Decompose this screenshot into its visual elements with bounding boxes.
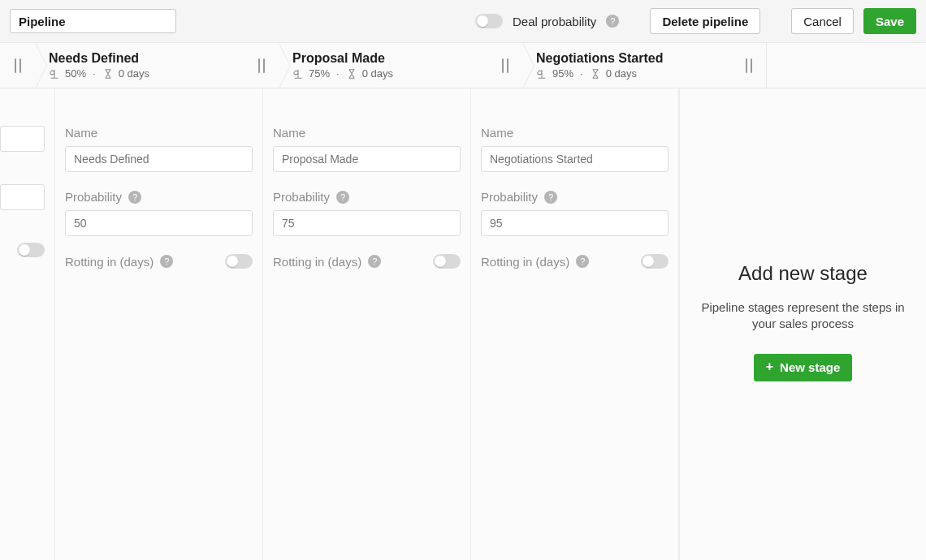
probability-input[interactable] xyxy=(0,184,45,210)
stage-meta: 95% · 0 days xyxy=(536,67,723,80)
probability-input[interactable] xyxy=(65,210,253,236)
hourglass-icon xyxy=(346,68,357,80)
new-stage-button[interactable]: + New stage xyxy=(754,354,853,381)
stage-column: Name Probability ? Rotting in (days) ? xyxy=(55,88,263,560)
help-icon[interactable]: ? xyxy=(368,255,381,268)
hourglass-icon xyxy=(590,68,601,80)
help-icon[interactable]: ? xyxy=(336,191,349,204)
drag-handle[interactable] xyxy=(731,43,767,88)
delete-pipeline-button[interactable]: Delete pipeline xyxy=(650,8,760,34)
rotting-label: Rotting in (days) ? xyxy=(65,255,173,269)
stage-title: Negotiations Started xyxy=(536,51,723,66)
name-input[interactable] xyxy=(273,146,461,172)
plus-icon: + xyxy=(766,360,773,374)
rotting-toggle[interactable] xyxy=(433,254,461,269)
hourglass-icon xyxy=(102,68,114,80)
probability-label: Probability ? xyxy=(481,190,669,204)
rotting-label: Rotting in (days) ? xyxy=(481,255,589,269)
deal-probability-label: Deal probability xyxy=(513,15,596,28)
add-stage-subtitle: Pipeline stages represent the steps in y… xyxy=(701,299,906,333)
scales-icon xyxy=(49,68,60,80)
pipeline-name-input[interactable] xyxy=(10,9,176,33)
probability-input[interactable] xyxy=(273,210,461,236)
add-stage-panel: Add new stage Pipeline stages represent … xyxy=(679,88,926,560)
stage-tab[interactable]: Proposal Made 75% · 0 days xyxy=(279,43,487,88)
topbar: Deal probability ? Delete pipeline Cance… xyxy=(0,0,926,42)
cancel-button[interactable]: Cancel xyxy=(791,8,854,34)
stage-tab[interactable]: Negotiations Started 95% · 0 days xyxy=(523,43,731,88)
rotting-toggle[interactable] xyxy=(225,254,253,269)
name-label: Name xyxy=(481,126,669,140)
stage-title: Needs Defined xyxy=(49,51,236,66)
probability-input[interactable] xyxy=(481,210,669,236)
probability-label: Probability ? xyxy=(273,190,461,204)
scales-icon xyxy=(292,68,304,80)
drag-handle[interactable] xyxy=(244,43,279,88)
add-stage-title: Add new stage xyxy=(738,262,868,285)
deal-probability-toggle[interactable] xyxy=(475,14,503,28)
save-button[interactable]: Save xyxy=(863,8,916,34)
probability-label: Probability ? xyxy=(65,190,253,204)
name-label: Name xyxy=(65,126,253,140)
help-icon[interactable]: ? xyxy=(544,191,557,204)
drag-handle[interactable] xyxy=(0,43,36,88)
stage-column-partial xyxy=(0,88,55,560)
stage-meta: 75% · 0 days xyxy=(292,67,479,80)
stage-tab[interactable]: Needs Defined 50% · 0 days xyxy=(36,43,244,88)
help-icon[interactable]: ? xyxy=(128,191,141,204)
stage-meta: 50% · 0 days xyxy=(49,67,236,80)
rotting-toggle[interactable] xyxy=(641,254,669,269)
help-icon[interactable]: ? xyxy=(160,255,173,268)
stage-title: Proposal Made xyxy=(292,51,479,66)
name-label: Name xyxy=(273,126,461,140)
scales-icon xyxy=(536,68,547,80)
name-input[interactable] xyxy=(65,146,253,172)
help-icon[interactable]: ? xyxy=(606,15,619,28)
stage-editor-body: Name Probability ? Rotting in (days) ? N… xyxy=(0,88,926,560)
rotting-label: Rotting in (days) ? xyxy=(273,255,381,269)
help-icon[interactable]: ? xyxy=(576,255,589,268)
stage-column: Name Probability ? Rotting in (days) ? xyxy=(471,88,679,560)
rotting-toggle[interactable] xyxy=(17,243,45,257)
drag-handle[interactable] xyxy=(487,43,523,88)
name-input[interactable] xyxy=(481,146,669,172)
stage-column: Name Probability ? Rotting in (days) ? xyxy=(263,88,471,560)
stages-header: Needs Defined 50% · 0 days Proposal Made xyxy=(0,42,926,88)
name-input[interactable] xyxy=(0,126,45,152)
